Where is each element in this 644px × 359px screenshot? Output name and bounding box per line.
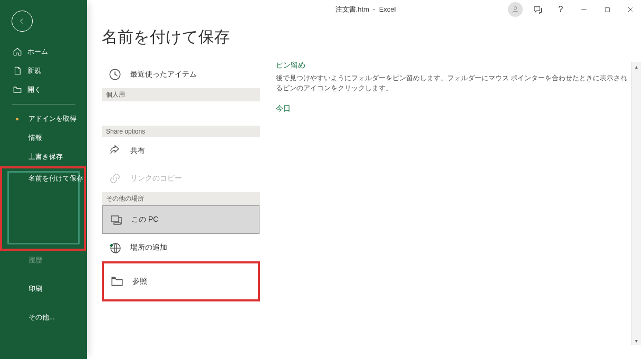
- person-icon: [511, 5, 520, 14]
- nav-print-label: 印刷: [28, 285, 42, 292]
- nav-addins-label: アドインを取得: [28, 115, 76, 122]
- locations-column: 最近使ったアイテム 個人用 Share options 共有 リンクのコピー そ…: [102, 61, 260, 348]
- nav-home-label: ホーム: [27, 47, 48, 56]
- section-other: その他の場所: [102, 192, 260, 205]
- share-icon: [106, 144, 124, 158]
- scroll-down-icon[interactable]: ▾: [632, 336, 641, 345]
- close-button[interactable]: [619, 0, 642, 19]
- svg-rect-3: [111, 216, 119, 222]
- maximize-button[interactable]: [595, 0, 619, 19]
- chat-icon: [533, 5, 542, 14]
- location-recent-label: 最近使ったアイテム: [130, 70, 197, 79]
- nav-more[interactable]: その他...: [0, 308, 87, 327]
- app-window: ホーム 新規 開く アドインを取得 情報 上書き保存 名前を付けて保存 履歴 印…: [0, 0, 644, 359]
- globe-plus-icon: [106, 240, 124, 255]
- nav-open-label: 開く: [27, 85, 41, 95]
- personal-spacer: [102, 101, 260, 126]
- nav-history[interactable]: 履歴: [0, 251, 87, 270]
- svg-rect-4: [114, 223, 120, 224]
- window-controls: ?: [508, 0, 642, 19]
- pc-icon: [107, 212, 125, 227]
- pin-heading: ピン留め: [276, 61, 632, 70]
- account-avatar[interactable]: [508, 2, 523, 17]
- main-area: 注文書.htm - Excel ? 名前を付けて保存 最近使ったアイテム 個人用…: [87, 0, 644, 359]
- nav-save[interactable]: 上書き保存: [0, 147, 87, 166]
- nav-info-label: 情報: [28, 134, 42, 141]
- minimize-icon: [580, 6, 588, 13]
- back-button[interactable]: [12, 11, 33, 32]
- location-share-label: 共有: [130, 146, 145, 156]
- nav-open[interactable]: 開く: [0, 80, 87, 99]
- minimize-button[interactable]: [572, 0, 595, 19]
- nav-info[interactable]: 情報: [0, 128, 87, 147]
- location-addplace-label: 場所の追加: [130, 243, 167, 252]
- nav-new-label: 新規: [27, 66, 41, 75]
- nav-history-label: 履歴: [28, 256, 42, 264]
- section-share: Share options: [102, 126, 260, 137]
- link-icon: [106, 171, 124, 186]
- location-addplace[interactable]: 場所の追加: [102, 234, 260, 261]
- nav-addins[interactable]: アドインを取得: [0, 109, 87, 128]
- nav-save-label: 上書き保存: [28, 153, 63, 160]
- file-icon: [13, 66, 22, 75]
- clock-icon: [106, 67, 124, 82]
- titlebar: 注文書.htm - Excel ?: [87, 0, 644, 19]
- svg-point-0: [514, 7, 516, 10]
- pin-description: 後で見つけやすいようにフォルダーをピン留めします。フォルダーにマウス ポインター…: [276, 73, 632, 93]
- nav-new[interactable]: 新規: [0, 61, 87, 80]
- app-label: Excel: [379, 5, 396, 13]
- nav-separator: [12, 104, 75, 105]
- filename-label: 注文書.htm: [335, 5, 369, 13]
- location-thispc-label: この PC: [131, 215, 158, 224]
- today-heading: 今日: [276, 104, 632, 114]
- window-title: 注文書.htm - Excel: [335, 5, 396, 14]
- nav-saveas[interactable]: 名前を付けて保存: [0, 166, 86, 251]
- location-copylink: リンクのコピー: [102, 165, 260, 192]
- section-personal: 個人用: [102, 88, 260, 101]
- location-thispc[interactable]: この PC: [102, 205, 259, 234]
- page-title: 名前を付けて保存: [87, 19, 644, 61]
- location-copylink-label: リンクのコピー: [130, 174, 182, 183]
- folder-open-icon: [13, 85, 22, 95]
- location-recent[interactable]: 最近使ったアイテム: [102, 61, 260, 88]
- details-column: ピン留め 後で見つけやすいようにフォルダーをピン留めします。フォルダーにマウス …: [260, 61, 632, 348]
- nav-saveas-label: 名前を付けて保存: [28, 174, 83, 183]
- scrollbar[interactable]: ▴ ▾: [631, 62, 641, 345]
- chat-button[interactable]: [526, 0, 549, 19]
- nav-home[interactable]: ホーム: [0, 42, 87, 61]
- backstage-sidebar: ホーム 新規 開く アドインを取得 情報 上書き保存 名前を付けて保存 履歴 印…: [0, 0, 87, 359]
- arrow-left-icon: [18, 17, 26, 25]
- content-area: 最近使ったアイテム 個人用 Share options 共有 リンクのコピー そ…: [87, 61, 644, 359]
- location-browse[interactable]: 参照: [104, 263, 258, 299]
- maximize-icon: [604, 6, 611, 13]
- svg-rect-1: [605, 7, 609, 12]
- nav-more-label: その他...: [28, 313, 55, 321]
- home-icon: [13, 47, 22, 56]
- folder-icon: [108, 274, 126, 289]
- help-button[interactable]: ?: [549, 0, 572, 19]
- browse-highlight: 参照: [102, 261, 260, 301]
- location-browse-label: 参照: [132, 277, 147, 286]
- location-share[interactable]: 共有: [102, 137, 260, 165]
- close-icon: [627, 6, 634, 13]
- scroll-up-icon[interactable]: ▴: [632, 62, 641, 71]
- nav-print[interactable]: 印刷: [0, 279, 87, 298]
